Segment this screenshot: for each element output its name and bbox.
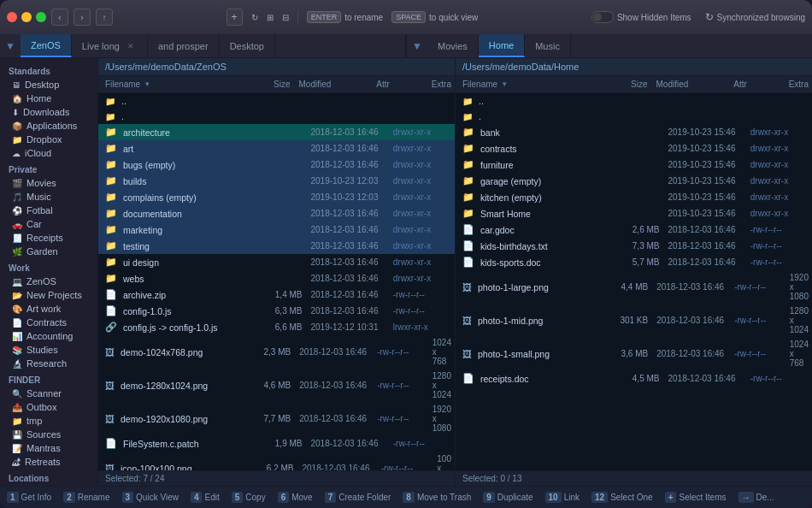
tab-andprosper[interactable]: and prosper [148,34,220,57]
table-row[interactable]: 📁.. [456,93,812,109]
table-row[interactable]: 🔗config.js -> config-1.0.js 6,6 MB 2019-… [98,319,455,335]
table-row[interactable]: 🖼photo-1-mid.png 301 KB 2018-12-03 16:46… [456,304,812,337]
table-row[interactable]: 📁kitchen (empty) 2019-10-23 15:46 drwxr-… [456,189,812,205]
sidebar-item-art-work[interactable]: 🎨Art work [0,302,97,316]
left-pane-funnel[interactable]: ▼ [0,34,21,57]
right-col-extra-header[interactable]: Extra [786,78,812,91]
table-row[interactable]: 🖼icon-100x100.png 6,2 MB 2018-12-03 16:4… [98,452,455,470]
sidebar-item-home[interactable]: 🏠Home [0,92,97,105]
right-col-modified-header[interactable]: Modified [651,78,731,91]
bottom-toolbar-item[interactable]: →De... [733,490,780,505]
sidebar-item-receipts[interactable]: 🧾Receipts [0,231,97,245]
table-row[interactable]: 📄car.gdoc 2,6 MB 2018-12-03 16:46 -rw-r-… [456,222,812,238]
right-col-attr-header[interactable]: Attr [730,78,785,91]
sidebar-item-tmp[interactable]: 📁tmp [0,414,97,428]
bottom-toolbar-item[interactable]: 2Rename [58,490,115,505]
sidebar-item-downloads[interactable]: ⬇Downloads [0,105,97,119]
right-pane-funnel[interactable]: ▼ [407,34,427,57]
table-row[interactable]: 📁documentation 2018-12-03 16:46 drwxr-xr… [98,205,455,222]
maximize-button[interactable] [36,12,46,22]
left-col-size-header[interactable]: Size [256,78,294,91]
table-row[interactable]: 📄archive.zip 1,4 MB 2018-12-03 16:46 -rw… [98,286,455,303]
sidebar-item-sources[interactable]: 💾Sources [0,428,97,441]
sidebar-item-garden[interactable]: 🌿Garden [0,245,97,258]
show-hidden-toggle[interactable]: Show Hidden Items [591,11,691,23]
bottom-toolbar-item[interactable]: 9Duplicate [478,490,538,505]
tab-zenOS[interactable]: ZenOS [21,34,72,57]
table-row[interactable]: 📁ui design 2018-12-03 16:46 drwxr-xr-x [98,254,455,270]
tab-movies[interactable]: Movies [427,34,479,57]
sidebar-item-macintosh-hd[interactable]: 💿Macintosh HD [0,485,97,486]
bottom-toolbar-item[interactable]: 4Edit [185,490,225,505]
table-row[interactable]: 📁garage (empty) 2019-10-23 15:46 drwxr-x… [456,173,812,189]
sidebar-item-scanner[interactable]: 🔍Scanner [0,387,97,400]
sidebar-item-applications[interactable]: 📦Applications [0,119,97,133]
table-row[interactable]: 📄kids-birthdays.txt 7,3 MB 2018-12-03 16… [456,238,812,254]
bottom-toolbar-item[interactable]: 3Quick View [117,490,184,505]
bottom-toolbar-item[interactable]: 1Get Info [2,490,56,505]
toolbar-refresh[interactable]: ↻ [251,13,258,22]
sidebar-item-fotbal[interactable]: ⚽Fotbal [0,204,97,217]
toolbar-cmd1[interactable]: ⊞ [267,13,274,22]
sidebar-item-contracts[interactable]: 📄Contracts [0,316,97,329]
table-row[interactable]: 📁bugs (empty) 2018-12-03 16:46 drwxr-xr-… [98,157,455,173]
table-row[interactable]: 📁architecture 2018-12-03 16:46 drwxr-xr-… [98,124,455,140]
right-col-filename-header[interactable]: Filename ▼ [456,78,613,91]
sidebar-item-music[interactable]: 🎵Music [0,190,97,204]
toolbar-cmd2[interactable]: ⊟ [282,13,289,22]
nav-back-button[interactable]: ‹ [51,9,68,26]
table-row[interactable]: 📄receipts.doc 4,5 MB 2018-12-03 16:46 -r… [456,370,812,387]
tab-home[interactable]: Home [479,34,525,57]
table-row[interactable]: 📁. [456,109,812,124]
sidebar-item-outbox[interactable]: 📤Outbox [0,400,97,414]
tab-livelong[interactable]: Live long ✕ [72,34,148,57]
sidebar-item-movies[interactable]: 🎬Movies [0,176,97,190]
sync-browsing-toggle[interactable]: ↻ Synchronized browsing [705,11,805,23]
sidebar-item-icloud[interactable]: ☁iCloud [0,146,97,160]
tab-livelong-close[interactable]: ✕ [125,41,137,51]
table-row[interactable]: 📄config-1.0.js 6,3 MB 2018-12-03 16:46 -… [98,303,455,319]
left-col-attr-header[interactable]: Attr [373,78,427,91]
minimize-button[interactable] [21,12,32,22]
table-row[interactable]: 📄kids-sports.doc 5,7 MB 2018-12-03 16:46… [456,254,812,270]
table-row[interactable]: 📁builds 2019-10-23 12:03 drwxr-xr-x [98,173,455,189]
sidebar-item-research[interactable]: 🔬Research [0,357,97,370]
sidebar-item-zenos[interactable]: 💻ZenOS [0,275,97,288]
table-row[interactable]: 🖼demo-1920x1080.png 7,7 MB 2018-12-03 16… [98,402,455,435]
toolbar-new[interactable]: + [227,9,243,26]
sidebar-item-desktop[interactable]: 🖥Desktop [0,78,97,92]
table-row[interactable]: 📁marketing 2018-12-03 16:46 drwxr-xr-x [98,222,455,238]
sidebar-item-retreats[interactable]: 🏕Retreats [0,455,97,469]
tab-desktop[interactable]: Desktop [220,34,275,57]
bottom-toolbar-item[interactable]: 7Create Folder [320,490,397,505]
table-row[interactable]: 📁. [98,109,455,124]
nav-up-button[interactable]: ↑ [96,9,113,26]
bottom-toolbar-item[interactable]: 10Link [540,490,585,505]
table-row[interactable]: 📁complains (empty) 2019-10-23 12:03 drwx… [98,189,455,205]
nav-forward-button[interactable]: › [74,9,91,26]
table-row[interactable]: 📁testing 2018-12-03 16:46 drwxr-xr-x [98,238,455,254]
close-button[interactable] [7,12,17,22]
sidebar-item-studies[interactable]: 📚Studies [0,343,97,357]
sidebar-item-mantras[interactable]: 📝Mantras [0,441,97,455]
bottom-toolbar-item[interactable]: 12Select One [586,490,658,505]
table-row[interactable]: 📁webs 2018-12-03 16:46 drwxr-xr-x [98,270,455,286]
table-row[interactable]: 📁.. [98,93,455,109]
table-row[interactable]: 🖼demo-1024x768.png 2,3 MB 2018-12-03 16:… [98,335,455,369]
table-row[interactable]: 📁Smart Home 2019-10-23 15:46 drwxr-xr-x [456,205,812,222]
table-row[interactable]: 📁contracts 2019-10-23 15:46 drwxr-xr-x [456,140,812,157]
bottom-toolbar-item[interactable]: +Select Items [660,490,732,505]
bottom-toolbar-item[interactable]: 5Copy [227,490,271,505]
table-row[interactable]: 📁furniture 2019-10-23 15:46 drwxr-xr-x [456,157,812,173]
sidebar-item-car[interactable]: 🚗Car [0,217,97,231]
left-col-extra-header[interactable]: Extra [428,78,455,91]
table-row[interactable]: 🖼photo-1-small.png 3,6 MB 2018-12-03 16:… [456,337,812,370]
right-col-size-header[interactable]: Size [613,78,651,91]
table-row[interactable]: 🖼demo-1280x1024.png 4,6 MB 2018-12-03 16… [98,369,455,402]
sidebar-item-accounting[interactable]: 📊Accounting [0,329,97,343]
table-row[interactable]: 🖼photo-1-large.png 4,4 MB 2018-12-03 16:… [456,270,812,304]
sidebar-item-new-projects[interactable]: 📂New Projects [0,288,97,302]
table-row[interactable]: 📁bank 2019-10-23 15:46 drwxr-xr-x [456,124,812,140]
bottom-toolbar-item[interactable]: 6Move [273,490,318,505]
sidebar-item-dropbox[interactable]: 📁Dropbox [0,133,97,146]
